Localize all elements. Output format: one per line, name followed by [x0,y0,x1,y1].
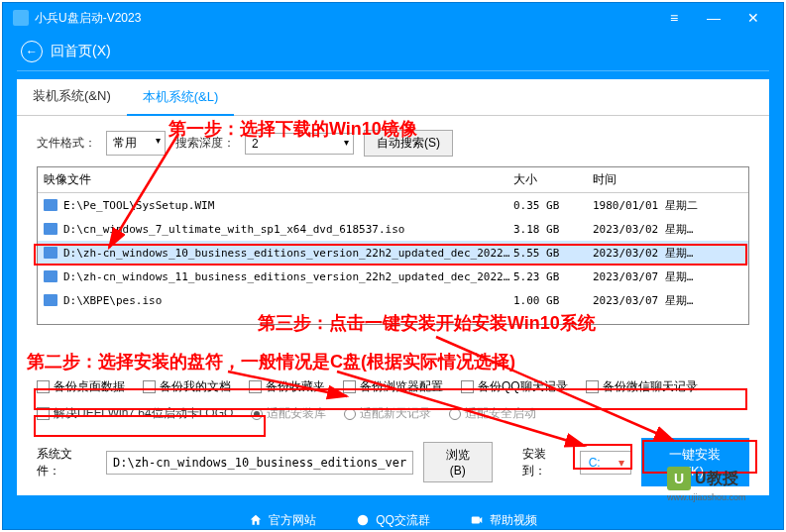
app-icon [13,10,29,26]
file-size: 0.35 GB [513,199,593,212]
table-row[interactable]: E:\Pe_TOOL\SysSetup.WIM 0.35 GB 1980/01/… [38,193,748,217]
file-name: D:\XBPE\pes.iso [63,294,513,307]
file-name: D:\cn_windows_7_ultimate_with_sp1_x64_dv… [63,223,513,236]
sysfile-input[interactable] [106,451,413,475]
file-size: 3.18 GB [513,223,593,236]
svg-point-0 [358,515,369,526]
radio-options: 解决UEFI Win7 64位启动卡LOGO 适配安装库 适配新天记录 适配安全… [17,401,769,426]
table-row[interactable]: D:\cn_windows_7_ultimate_with_sp1_x64_dv… [38,217,748,241]
annotation-step1: 第一步：选择下载的Win10镜像 [168,117,417,141]
file-name: E:\Pe_TOOL\SysSetup.WIM [63,199,513,212]
radio-option2[interactable]: 适配安装库 [251,405,326,422]
tab-install-system[interactable]: 装机系统(&N) [17,79,127,115]
file-icon [44,270,57,282]
qq-icon [356,513,370,527]
file-icon [44,199,57,211]
table-header: 映像文件 大小 时间 [38,167,748,193]
annotation-step3: 第三步：点击一键安装开始安装Win10系统 [258,311,596,335]
table-row[interactable]: D:\zh-cn_windows_10_business_editions_ve… [38,241,748,265]
check-desktop[interactable]: 备份桌面数据 [37,378,125,395]
svg-rect-1 [472,517,480,524]
file-time: 2023/03/07 星期… [593,269,748,284]
format-label: 文件格式： [37,135,96,152]
table-row[interactable]: D:\zh-cn_windows_11_business_editions_ve… [38,265,748,288]
close-icon[interactable]: ✕ [733,3,773,33]
app-window: 小兵U盘启动-V2023 ≡ — ✕ ← 回首页(X) 装机系统(&N) 本机系… [2,2,784,530]
backup-checks: 备份桌面数据 备份我的文档 备份收藏夹 备份浏览器配置 备份QQ聊天记录 备份微… [17,372,769,401]
file-size: 5.55 GB [513,247,593,260]
file-time: 1980/01/01 星期二 [593,198,748,213]
file-time: 2023/03/02 星期… [593,222,748,237]
file-icon [44,223,57,235]
file-name: D:\zh-cn_windows_10_business_editions_ve… [63,247,513,260]
col-time: 时间 [593,171,748,188]
browse-button[interactable]: 浏览(B) [423,442,493,482]
file-size: 5.23 GB [513,270,593,283]
divider [17,70,769,71]
tab-local-system[interactable]: 本机系统(&L) [127,80,235,116]
drive-select[interactable]: C: [580,451,631,475]
check-browser[interactable]: 备份浏览器配置 [343,378,443,395]
window-title: 小兵U盘启动-V2023 [35,10,141,27]
file-name: D:\zh-cn_windows_11_business_editions_ve… [63,270,513,283]
file-time: 2023/03/07 星期… [593,293,748,308]
back-button[interactable]: ← 回首页(X) [3,33,783,70]
minimize-icon[interactable]: — [694,3,733,33]
check-favorites[interactable]: 备份收藏夹 [249,378,325,395]
radio-option3[interactable]: 适配新天记录 [344,405,431,422]
footer-website[interactable]: 官方网站 [249,512,316,529]
footer-qq[interactable]: QQ交流群 [356,512,430,529]
footer: 官方网站 QQ交流群 帮助视频 [3,505,783,532]
home-icon [249,513,263,527]
check-wechat[interactable]: 备份微信聊天记录 [586,378,698,395]
col-size: 大小 [513,171,593,188]
annotation-step2: 第二步：选择安装的盘符，一般情况是C盘(根据实际情况选择) [27,350,515,373]
file-icon [44,294,57,306]
watermark-logo: U U教授 www.ujiaoshou.com [667,467,776,502]
titlebar: 小兵U盘启动-V2023 ≡ — ✕ [3,3,783,33]
table-row[interactable]: D:\XBPE\pes.iso 1.00 GB 2023/03/07 星期… [38,288,748,312]
check-uefi[interactable]: 解决UEFI Win7 64位启动卡LOGO [37,405,233,422]
col-file: 映像文件 [38,171,513,188]
install-row: 系统文件： 浏览(B) 安装到： C: 一键安装(K) [17,426,769,498]
radio-option4[interactable]: 适配安全启动 [449,405,536,422]
file-time: 2023/03/02 星期… [593,246,748,261]
video-icon [470,513,484,527]
format-select[interactable]: 常用 [106,131,166,156]
file-size: 1.00 GB [513,294,593,307]
check-qq[interactable]: 备份QQ聊天记录 [461,378,568,395]
install-to-label: 安装到： [522,446,570,479]
menu-icon[interactable]: ≡ [654,3,694,33]
file-icon [44,247,57,259]
content-panel: 装机系统(&N) 本机系统(&L) 文件格式： 常用 搜索深度： 2 自动搜索(… [17,79,769,495]
sysfile-label: 系统文件： [37,446,96,479]
footer-help[interactable]: 帮助视频 [470,512,537,529]
image-table: 映像文件 大小 时间 E:\Pe_TOOL\SysSetup.WIM 0.35 … [37,166,749,325]
back-label: 回首页(X) [51,43,111,60]
check-documents[interactable]: 备份我的文档 [143,378,231,395]
tabs: 装机系统(&N) 本机系统(&L) [17,79,769,116]
back-arrow-icon: ← [21,41,43,62]
